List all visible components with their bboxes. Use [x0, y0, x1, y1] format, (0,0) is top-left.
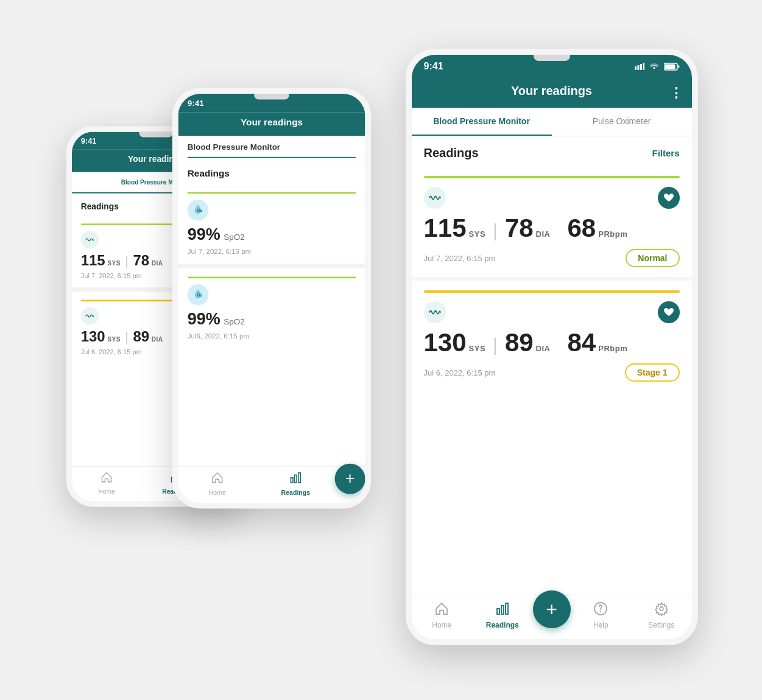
phone-3-nav-home[interactable]: Home: [412, 601, 473, 629]
phone-2-tab-label: Blood Pressure Monitor: [187, 142, 280, 152]
phone-2-spo2-unit-2: SpO2: [224, 317, 244, 326]
phone-3-screen: 9:41: [412, 55, 692, 639]
svg-rect-9: [637, 65, 639, 70]
phone-3-nav-settings[interactable]: Settings: [631, 601, 692, 629]
phone-3-reading-card-2[interactable]: 130 SYS | 89 DIA 84 PRbpm Jul 6, 2022, 6…: [412, 281, 692, 391]
phone-3-heart-icon-2: [658, 301, 680, 323]
phone-3-tab-pulse[interactable]: Pulse Oximeter: [552, 108, 692, 136]
phone-2-header-title: Your readings: [240, 117, 302, 127]
phone-2-spo2-val-row-1: 99% SpO2: [187, 225, 355, 244]
phone-1-notch: [139, 131, 172, 137]
phone-2-spo2-val-row-2: 99% SpO2: [187, 310, 355, 329]
phone-1-bp-icon-1: [80, 231, 98, 248]
phone-2-content: Readings O₂ 99% SpO2 Jul 7, 2: [178, 160, 365, 466]
phone-2-reading2-date: Jul6, 2022, 6:15 pm: [187, 332, 355, 340]
phone-2-screen: 9:41 Your readings Blood Pressure Monito…: [178, 94, 365, 503]
phone-2-time: 9:41: [187, 99, 203, 108]
phone-3-reading2-values: 130 SYS | 89 DIA 84 PRbpm: [424, 328, 680, 357]
phone-2-readings-icon: [289, 471, 302, 487]
phone-2-notch: [254, 94, 289, 100]
phone-2-card2-bar: [187, 276, 355, 278]
phone-2-bottom-nav: Home Readings +: [178, 466, 365, 503]
phone-3-bp-icon-1: [424, 187, 446, 209]
phone-3-menu-btn[interactable]: ⋮: [669, 86, 683, 100]
phone-3-card1-icon-row: [424, 187, 680, 209]
phone-3-help-icon: [593, 601, 608, 619]
svg-rect-6: [294, 475, 297, 482]
phone-3-reading2-badge: Stage 1: [625, 363, 680, 382]
phone-3: 9:41: [406, 49, 698, 645]
phones-container: 9:41 Your readings Blood Pressure Monito…: [46, 30, 716, 670]
phone-1-readings-title: Readings: [80, 201, 118, 211]
phone-1-nav-home[interactable]: Home: [72, 471, 141, 495]
phone-2-separator: [178, 264, 365, 268]
phone-2-readings-title: Readings: [187, 169, 229, 179]
phone-2-readings-header: Readings: [178, 160, 365, 183]
phone-3-nav-readings[interactable]: Readings: [472, 601, 533, 629]
phone-3-tab-bar: Blood Pressure Monitor Pulse Oximeter: [412, 108, 692, 136]
phone-3-status-icons: [635, 63, 680, 71]
phone-3-nav-help-label: Help: [593, 621, 609, 629]
phone-3-reading1-badge: Normal: [626, 249, 679, 267]
phone-2-nav-readings[interactable]: Readings: [256, 471, 335, 495]
phone-3-reading1-values: 115 SYS | 78 DIA 68 PRbpm: [424, 214, 680, 243]
phone-1-time: 9:41: [80, 136, 96, 145]
phone-3-time: 9:41: [424, 61, 443, 72]
svg-text:O₂: O₂: [197, 293, 202, 297]
phone-3-filters-btn[interactable]: Filters: [652, 148, 679, 158]
phone-2-card1-bar: [187, 192, 355, 194]
svg-rect-11: [643, 63, 644, 70]
svg-text:O₂: O₂: [197, 208, 202, 212]
phone-2-home-icon: [211, 471, 224, 487]
svg-rect-17: [506, 603, 508, 614]
phone-2-reading1-date: Jul 7, 2022, 6:15 pm: [187, 247, 355, 255]
phone-2-fab[interactable]: +: [334, 464, 365, 494]
phone-3-nav-help[interactable]: Help: [571, 601, 632, 629]
phone-1-nav-home-label: Home: [98, 488, 115, 495]
phone-3-reading2-date: Jul 6, 2022, 6:15 pm: [424, 368, 496, 377]
svg-rect-13: [665, 64, 675, 69]
phone-3-home-icon: [434, 601, 449, 619]
phone-2-nav-home[interactable]: Home: [178, 471, 256, 495]
phone-3-card2-bar: [424, 290, 680, 293]
svg-rect-16: [501, 606, 504, 614]
phone-2-spo2-unit-1: SpO2: [224, 233, 244, 242]
phone-3-fab[interactable]: +: [533, 590, 571, 628]
phone-2-nav-readings-label: Readings: [281, 489, 310, 496]
phone-1-bp-icon-2: [80, 307, 98, 324]
phone-3-card1-bar: [424, 176, 680, 178]
phone-2-spo2-icon-1: O₂: [187, 200, 208, 221]
phone-3-readings-title: Readings: [424, 146, 479, 160]
phone-3-reading-card-1[interactable]: 115 SYS | 78 DIA 68 PRbpm Jul 7, 2022, 6…: [412, 166, 692, 277]
phone-3-reading2-bottom: Jul 6, 2022, 6:15 pm Stage 1: [424, 363, 680, 382]
phone-2-header: Your readings: [178, 113, 365, 136]
svg-point-19: [660, 607, 663, 611]
phone-2-spo2-value-2: 99%: [187, 310, 220, 329]
phone-3-reading1-bottom: Jul 7, 2022, 6:15 pm Normal: [424, 249, 680, 267]
phone-3-heart-icon-1: [658, 187, 680, 209]
phone-2-reading-card-1[interactable]: O₂ 99% SpO2 Jul 7, 2022, 6:15 pm: [178, 184, 365, 264]
phone-3-nav-readings-label: Readings: [486, 621, 519, 629]
svg-rect-5: [291, 478, 293, 483]
svg-rect-8: [635, 66, 637, 70]
phone-2-tab-section: Blood Pressure Monitor: [178, 136, 365, 160]
phone-3-bottom-nav: Home Readings +: [412, 595, 692, 639]
phone-3-settings-icon: [654, 601, 669, 619]
svg-rect-15: [497, 609, 499, 614]
phone-3-readings-header: Readings Filters: [412, 136, 692, 166]
svg-rect-14: [678, 65, 680, 68]
phone-2-spo2-icon-2: O₂: [187, 284, 208, 306]
phone-3-content: Readings Filters: [412, 136, 692, 595]
phone-3-tab-bp[interactable]: Blood Pressure Monitor: [412, 108, 552, 136]
phone-3-header: Your readings ⋮: [412, 78, 692, 108]
phone-3-notch: [534, 55, 570, 61]
svg-rect-7: [298, 473, 300, 483]
phone-2-reading-card-2[interactable]: O₂ 99% SpO2 Jul6, 2022, 6:15 pm: [178, 268, 365, 349]
phone-3-reading1-date: Jul 7, 2022, 6:15 pm: [424, 254, 496, 263]
phone-2-spo2-value-1: 99%: [187, 225, 220, 244]
phone-3-card2-icon-row: [424, 301, 680, 323]
phone-2: 9:41 Your readings Blood Pressure Monito…: [172, 88, 370, 508]
phone-3-readings-icon: [495, 601, 510, 619]
phone-1-home-icon: [100, 471, 112, 486]
phone-3-bp-icon-2: [424, 301, 446, 323]
